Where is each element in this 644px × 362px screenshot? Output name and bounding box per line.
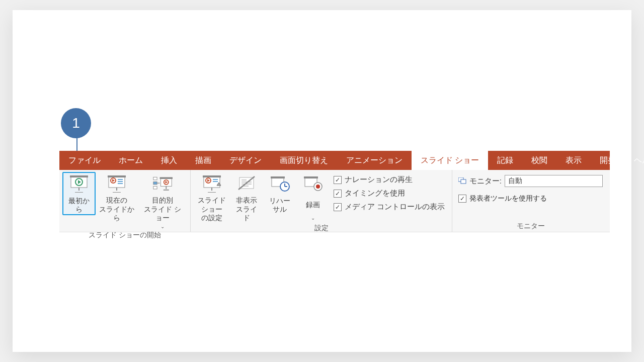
from-beginning-icon <box>69 174 89 194</box>
svg-point-47 <box>316 185 320 189</box>
svg-rect-13 <box>118 181 123 182</box>
group-start-slideshow: 最初から <box>59 170 191 232</box>
svg-rect-1 <box>70 175 88 177</box>
group-start-label: スライド ショーの開始 <box>62 230 187 241</box>
svg-rect-14 <box>118 183 123 184</box>
chevron-down-icon: ⌄ <box>311 215 315 222</box>
presenter-view-checkbox[interactable]: ✓ 発表者ツールを使用する <box>455 194 547 203</box>
monitor-value: 自動 <box>508 176 522 186</box>
from-current-label: 現在の スライドから <box>99 196 135 223</box>
tab-draw[interactable]: 描画 <box>186 151 220 170</box>
rehearse-label: リハーサル <box>266 196 293 214</box>
record-icon <box>303 174 323 194</box>
group-setup: スライド ショー の設定 <box>191 170 452 232</box>
rehearse-button[interactable]: リハーサル <box>263 172 296 214</box>
ribbon-tabs: ファイル ホーム 挿入 描画 デザイン 画面切り替え アニメーション スライド … <box>59 151 610 170</box>
media-controls-label: メディア コントロールの表示 <box>345 202 445 212</box>
svg-rect-15 <box>153 177 157 179</box>
hide-slide-label: 非表示 スライド <box>233 196 260 223</box>
narration-checkbox[interactable]: ✓ ナレーションの再生 <box>334 175 445 185</box>
ribbon-body: 最初から <box>59 170 610 232</box>
checkbox-checked-icon: ✓ <box>334 190 342 198</box>
timings-checkbox[interactable]: ✓ タイミングを使用 <box>334 189 445 198</box>
svg-rect-12 <box>118 179 123 180</box>
svg-rect-40 <box>271 176 285 178</box>
svg-rect-49 <box>461 179 466 184</box>
from-current-button[interactable]: 現在の スライドから <box>96 172 138 223</box>
custom-slideshow-icon <box>152 174 173 194</box>
svg-rect-45 <box>304 176 318 178</box>
monitor-icon <box>458 177 466 185</box>
custom-slideshow-label: 目的別 スライド ショー <box>141 196 185 223</box>
record-button[interactable]: 録画 ⌄ <box>296 172 330 222</box>
checkbox-checked-icon: ✓ <box>458 195 466 203</box>
svg-rect-16 <box>153 182 157 184</box>
hide-slide-icon <box>236 174 257 194</box>
timings-label: タイミングを使用 <box>345 189 405 198</box>
tab-view[interactable]: 表示 <box>556 151 591 170</box>
svg-rect-25 <box>203 175 221 177</box>
tab-slideshow[interactable]: スライド ショー <box>412 151 488 170</box>
tab-home[interactable]: ホーム <box>110 151 152 170</box>
record-label: 録画 <box>306 196 320 214</box>
tab-design[interactable]: デザイン <box>220 151 271 170</box>
setup-show-label: スライド ショー の設定 <box>197 196 226 223</box>
hide-slide-button[interactable]: 非表示 スライド <box>230 172 263 223</box>
checkbox-checked-icon: ✓ <box>334 176 342 184</box>
from-current-icon <box>107 174 127 194</box>
svg-rect-30 <box>213 179 218 180</box>
narration-label: ナレーションの再生 <box>345 175 413 185</box>
tab-transitions[interactable]: 画面切り替え <box>271 151 337 170</box>
tab-developer[interactable]: 開発 <box>591 151 625 170</box>
checkbox-checked-icon: ✓ <box>334 203 342 211</box>
callout-step-number: 1 <box>72 115 80 131</box>
tab-insert[interactable]: 挿入 <box>152 151 186 170</box>
monitor-select[interactable]: 自動 <box>505 175 603 187</box>
tab-file[interactable]: ファイル <box>59 151 110 170</box>
group-monitors-label: モニター <box>455 221 607 232</box>
svg-rect-7 <box>108 175 126 177</box>
from-beginning-label: 最初から <box>65 196 93 214</box>
callout-step-1: 1 <box>61 108 91 138</box>
rehearse-icon <box>270 174 290 194</box>
svg-rect-34 <box>242 179 247 180</box>
group-setup-label: 設定 <box>194 223 449 234</box>
presenter-view-label: 発表者ツールを使用する <box>469 194 547 203</box>
tab-help[interactable]: ヘルプ <box>625 151 644 170</box>
tab-record[interactable]: 記録 <box>488 151 522 170</box>
svg-rect-31 <box>213 181 218 182</box>
setup-show-button[interactable]: スライド ショー の設定 <box>194 172 229 223</box>
tab-review[interactable]: 校閲 <box>522 151 556 170</box>
from-beginning-button[interactable]: 最初から <box>62 172 96 215</box>
svg-rect-17 <box>153 187 157 189</box>
group-monitors: モニター: 自動 ✓ 発表者ツールを使用する モニター <box>452 170 610 232</box>
monitor-label: モニター: <box>469 176 502 186</box>
tab-animations[interactable]: アニメーション <box>337 151 412 170</box>
chevron-down-icon: ⌄ <box>160 224 165 230</box>
svg-rect-19 <box>159 177 172 179</box>
custom-slideshow-button[interactable]: 目的別 スライド ショー ⌄ <box>138 172 188 230</box>
setup-show-icon <box>202 174 222 194</box>
media-controls-checkbox[interactable]: ✓ メディア コントロールの表示 <box>334 202 445 212</box>
